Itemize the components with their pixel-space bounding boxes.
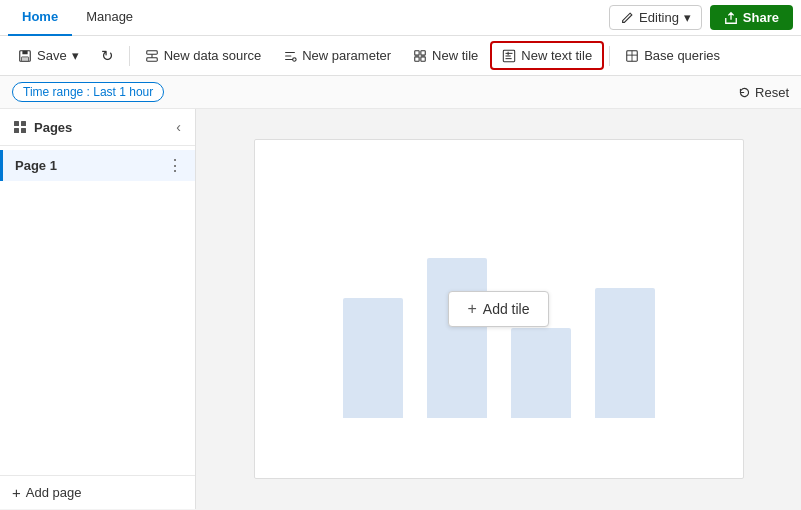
svg-rect-10 bbox=[421, 56, 425, 60]
datasource-icon bbox=[145, 49, 159, 63]
toolbar-divider-2 bbox=[609, 46, 610, 66]
sidebar-pages: Page 1 ⋮ bbox=[0, 146, 195, 475]
chart-bar-1 bbox=[343, 298, 403, 418]
svg-rect-7 bbox=[415, 50, 419, 54]
new-parameter-button[interactable]: New parameter bbox=[273, 43, 401, 68]
add-page-button[interactable]: + Add page bbox=[12, 484, 81, 501]
refresh-icon: ↻ bbox=[101, 47, 114, 65]
reset-icon bbox=[738, 86, 751, 99]
svg-rect-21 bbox=[21, 128, 26, 133]
reset-label: Reset bbox=[755, 85, 789, 100]
new-tile-icon bbox=[413, 49, 427, 63]
pages-icon bbox=[12, 119, 28, 135]
refresh-button[interactable]: ↻ bbox=[91, 42, 124, 70]
sidebar-collapse-button[interactable]: ‹ bbox=[174, 117, 183, 137]
add-tile-plus-icon: + bbox=[467, 300, 476, 318]
svg-rect-20 bbox=[14, 128, 19, 133]
svg-rect-3 bbox=[146, 50, 157, 54]
top-bar: Home Manage Editing ▾ Share bbox=[0, 0, 801, 36]
new-tile-button[interactable]: New tile bbox=[403, 43, 488, 68]
new-parameter-label: New parameter bbox=[302, 48, 391, 63]
toolbar: Save ▾ ↻ New data source New parameter N… bbox=[0, 36, 801, 76]
toolbar-divider-1 bbox=[129, 46, 130, 66]
sidebar-item-page1[interactable]: Page 1 ⋮ bbox=[0, 150, 195, 181]
share-icon bbox=[724, 11, 738, 25]
new-tile-label: New tile bbox=[432, 48, 478, 63]
svg-rect-19 bbox=[21, 121, 26, 126]
main-layout: Pages ‹ Page 1 ⋮ + Add page bbox=[0, 109, 801, 509]
editing-chevron: ▾ bbox=[684, 10, 691, 25]
tab-home-label: Home bbox=[22, 9, 58, 24]
parameter-icon bbox=[283, 49, 297, 63]
add-tile-button[interactable]: + Add tile bbox=[448, 291, 548, 327]
new-datasource-label: New data source bbox=[164, 48, 262, 63]
chart-bar-2 bbox=[427, 258, 487, 418]
svg-rect-2 bbox=[22, 56, 29, 60]
svg-point-6 bbox=[293, 57, 297, 61]
chart-bar-3 bbox=[511, 328, 571, 418]
editing-label: Editing bbox=[639, 10, 679, 25]
add-page-label: Add page bbox=[26, 485, 82, 500]
svg-rect-9 bbox=[415, 56, 419, 60]
pencil-icon bbox=[620, 11, 634, 25]
sidebar-title-group: Pages bbox=[12, 119, 72, 135]
share-label: Share bbox=[743, 10, 779, 25]
time-range-chip[interactable]: Time range : Last 1 hour bbox=[12, 82, 164, 102]
text-tile-icon bbox=[502, 49, 516, 63]
new-text-tile-button[interactable]: New text tile bbox=[490, 41, 604, 70]
save-icon bbox=[18, 49, 32, 63]
base-queries-icon bbox=[625, 49, 639, 63]
svg-rect-4 bbox=[146, 57, 157, 61]
svg-rect-18 bbox=[14, 121, 19, 126]
canvas-content: + Add tile bbox=[254, 139, 744, 479]
share-button[interactable]: Share bbox=[710, 5, 793, 30]
page1-more-icon[interactable]: ⋮ bbox=[167, 156, 183, 175]
editing-button[interactable]: Editing ▾ bbox=[609, 5, 702, 30]
save-label: Save bbox=[37, 48, 67, 63]
add-page-plus-icon: + bbox=[12, 484, 21, 501]
reset-button[interactable]: Reset bbox=[738, 85, 789, 100]
add-tile-label: Add tile bbox=[483, 301, 530, 317]
page1-label: Page 1 bbox=[15, 158, 57, 173]
svg-rect-1 bbox=[22, 50, 27, 54]
sidebar-title-label: Pages bbox=[34, 120, 72, 135]
time-range-label: Time range : Last 1 hour bbox=[23, 85, 153, 99]
base-queries-label: Base queries bbox=[644, 48, 720, 63]
new-datasource-button[interactable]: New data source bbox=[135, 43, 272, 68]
svg-rect-8 bbox=[421, 50, 425, 54]
top-tabs: Home Manage bbox=[8, 0, 147, 36]
tab-manage[interactable]: Manage bbox=[72, 0, 147, 36]
base-queries-button[interactable]: Base queries bbox=[615, 43, 730, 68]
tab-home[interactable]: Home bbox=[8, 0, 72, 36]
filter-bar: Time range : Last 1 hour Reset bbox=[0, 76, 801, 109]
sidebar: Pages ‹ Page 1 ⋮ + Add page bbox=[0, 109, 196, 509]
canvas-area: + Add tile bbox=[196, 109, 801, 509]
sidebar-footer: + Add page bbox=[0, 475, 195, 509]
new-text-tile-label: New text tile bbox=[521, 48, 592, 63]
chart-bar-4 bbox=[595, 288, 655, 418]
tab-manage-label: Manage bbox=[86, 9, 133, 24]
save-chevron: ▾ bbox=[72, 48, 79, 63]
save-button[interactable]: Save ▾ bbox=[8, 43, 89, 68]
top-right-actions: Editing ▾ Share bbox=[609, 5, 793, 30]
sidebar-header: Pages ‹ bbox=[0, 109, 195, 146]
